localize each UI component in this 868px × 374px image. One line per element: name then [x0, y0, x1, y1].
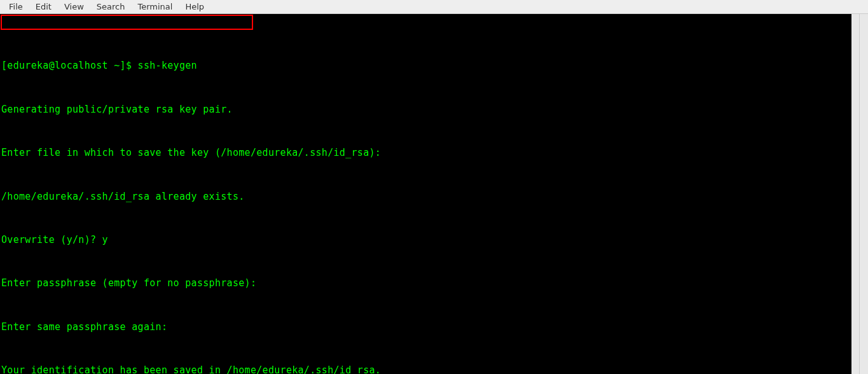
prompt-line-1: [edureka@localhost ~]$ ssh-keygen	[1, 59, 851, 73]
menu-view[interactable]: View	[58, 1, 90, 13]
output-line: Generating public/private rsa key pair.	[1, 102, 851, 117]
output-line: Enter same passphrase again:	[1, 320, 851, 335]
output-line: Overwrite (y/n)? y	[1, 233, 851, 247]
highlight-annotation	[1, 15, 253, 30]
menu-help[interactable]: Help	[179, 1, 210, 13]
menu-terminal[interactable]: Terminal	[131, 1, 179, 13]
output-line: Enter file in which to save the key (/ho…	[1, 146, 851, 160]
output-line: Your identification has been saved in /h…	[1, 363, 851, 374]
output-line: Enter passphrase (empty for no passphras…	[1, 276, 851, 291]
output-line: /home/edureka/.ssh/id_rsa already exists…	[1, 190, 851, 204]
command-text: ssh-keygen	[138, 60, 197, 71]
menubar: File Edit View Search Terminal Help	[0, 0, 868, 14]
prompt: [edureka@localhost ~]$	[1, 60, 138, 71]
menu-file[interactable]: File	[3, 1, 29, 13]
menu-search[interactable]: Search	[90, 1, 132, 13]
terminal-area[interactable]: [edureka@localhost ~]$ ssh-keygen Genera…	[0, 14, 851, 374]
scrollbar[interactable]	[859, 14, 868, 374]
menu-edit[interactable]: Edit	[29, 1, 58, 13]
